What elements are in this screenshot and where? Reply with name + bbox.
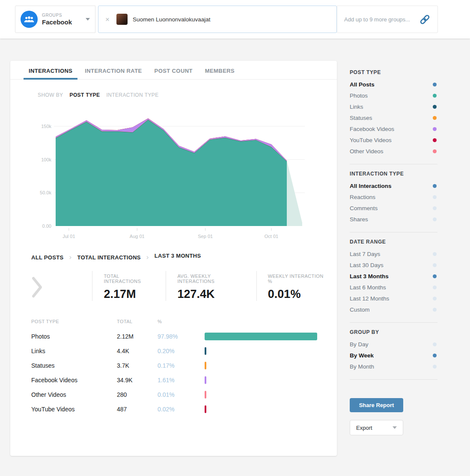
interactions-area-chart[interactable]: 0.0050.0k100k150kJul 01Aug 01Sep 01Oct 0… xyxy=(14,112,313,241)
row-total: 2.12M xyxy=(117,333,158,340)
selection-dot xyxy=(433,365,437,369)
stat-avg-weekly-interactions: AVG. WEEKLY INTERACTIONS 127.4K xyxy=(166,271,256,301)
selection-dot xyxy=(433,105,437,109)
breadcrumb-post-type[interactable]: ALL POSTS xyxy=(31,254,63,261)
row-total: 4.4K xyxy=(117,348,158,354)
sidebar-item-last-6-months[interactable]: Last 6 Months xyxy=(350,282,437,293)
show-by: SHOW BYPOST TYPEINTERACTION TYPE xyxy=(38,92,337,98)
stat-value: 0.01% xyxy=(268,288,326,301)
sidebar-item-shares[interactable]: Shares xyxy=(350,214,437,225)
sidebar-item-by-day[interactable]: By Day xyxy=(350,339,437,350)
sidebar-item-label: Last 12 Months xyxy=(350,295,389,302)
sidebar-item-all-interactions[interactable]: All Interactions xyxy=(350,180,437,191)
sidebar-item-by-month[interactable]: By Month xyxy=(350,361,437,372)
group-avatar xyxy=(116,14,128,25)
sidebar-item-comments[interactable]: Comments xyxy=(350,202,437,214)
sidebar-item-links[interactable]: Links xyxy=(350,101,437,112)
sidebar-item-label: By Day xyxy=(350,341,369,348)
top-bar: GROUPS Facebook × Suomen Luonnonvalokuva… xyxy=(0,0,470,39)
breadcrumb-metric[interactable]: TOTAL INTERACTIONS xyxy=(77,254,140,261)
stat-value: 127.4K xyxy=(177,288,245,301)
selection-dot xyxy=(433,252,437,256)
share-report-button[interactable]: Share Report xyxy=(350,398,403,412)
network-value: Facebook xyxy=(42,18,86,26)
x-tick-label: Aug 01 xyxy=(130,234,145,239)
network-selector[interactable]: GROUPS Facebook xyxy=(15,6,95,33)
sidebar-item-last-12-months[interactable]: Last 12 Months xyxy=(350,293,437,304)
sidebar-item-all-posts[interactable]: All Posts xyxy=(350,79,437,90)
selection-dot xyxy=(433,184,437,188)
section-divider xyxy=(350,232,437,232)
x-tick-label: Jul 01 xyxy=(62,234,75,239)
show-by-option-post-type[interactable]: POST TYPE xyxy=(69,92,100,98)
filters-sidebar: POST TYPEAll PostsPhotosLinksStatusesFac… xyxy=(350,61,437,456)
chevron-down-icon xyxy=(86,18,90,21)
sidebar-item-label: Reactions xyxy=(350,194,375,200)
next-chevron[interactable] xyxy=(31,271,92,301)
row-name: Facebook Videos xyxy=(31,377,117,384)
section-title-date-range: DATE RANGE xyxy=(350,239,437,245)
row-bar-track xyxy=(205,347,327,355)
row-bar-track xyxy=(205,391,327,399)
export-dropdown[interactable]: Export xyxy=(350,420,403,435)
tab-members[interactable]: MEMBERS xyxy=(200,61,240,79)
selection-dot xyxy=(433,342,437,346)
sidebar-item-by-week[interactable]: By Week xyxy=(350,350,437,361)
show-by-option-interaction-type[interactable]: INTERACTION TYPE xyxy=(106,92,158,98)
table-row-facebook-videos: Facebook Videos34.9K1.61% xyxy=(31,373,327,387)
breadcrumb: ALL POSTS › TOTAL INTERACTIONS › LAST 3 … xyxy=(31,253,337,262)
selection-dot xyxy=(433,149,437,153)
sidebar-item-facebook-videos[interactable]: Facebook Videos xyxy=(350,123,437,134)
row-total: 280 xyxy=(117,391,158,398)
x-tick-label: Oct 01 xyxy=(265,234,278,239)
breadcrumb-date-range[interactable]: LAST 3 MONTHS xyxy=(155,253,201,259)
percent-bar xyxy=(205,405,206,413)
row-bar-track xyxy=(205,405,327,413)
area-photos xyxy=(56,120,287,226)
tab-interaction-rate[interactable]: INTERACTION RATE xyxy=(80,61,147,79)
y-tick-label: 150k xyxy=(41,124,51,129)
sidebar-item-last-3-months[interactable]: Last 3 Months xyxy=(350,271,437,282)
remove-group-icon[interactable]: × xyxy=(105,16,110,23)
percent-bar xyxy=(205,376,206,384)
table-row-statuses: Statuses3.7K0.17% xyxy=(31,358,327,373)
summary-stats: TOTAL INTERACTIONS 2.17M AVG. WEEKLY INT… xyxy=(31,271,337,301)
table-row-photos: Photos2.12M97.98% xyxy=(31,329,327,344)
selected-group-chip[interactable]: × Suomen Luonnonvalokuvaajat xyxy=(98,6,337,33)
row-total: 487 xyxy=(117,406,158,413)
row-total: 34.9K xyxy=(117,377,158,384)
stat-value: 2.17M xyxy=(104,288,155,301)
table-row-other-videos: Other Videos2800.01% xyxy=(31,387,327,402)
sidebar-item-youtube-videos[interactable]: YouTube Videos xyxy=(350,134,437,146)
percent-bar xyxy=(205,362,206,369)
x-tick-label: Sep 01 xyxy=(198,234,213,239)
tab-bar: INTERACTIONSINTERACTION RATEPOST COUNTME… xyxy=(10,61,337,80)
stat-label: TOTAL INTERACTIONS xyxy=(104,274,155,284)
selection-dot xyxy=(433,127,437,131)
sidebar-item-statuses[interactable]: Statuses xyxy=(350,112,437,123)
sidebar-item-label: By Week xyxy=(350,352,374,359)
add-groups-box[interactable]: Add up to 9 more groups... xyxy=(337,6,438,33)
sidebar-item-custom[interactable]: Custom xyxy=(350,304,437,315)
facebook-groups-icon xyxy=(21,11,38,28)
show-by-label: SHOW BY xyxy=(38,92,63,98)
sidebar-item-reactions[interactable]: Reactions xyxy=(350,191,437,202)
tab-post-count[interactable]: POST COUNT xyxy=(149,61,198,79)
selection-dot xyxy=(433,195,437,199)
sidebar-item-photos[interactable]: Photos xyxy=(350,90,437,101)
sidebar-item-other-videos[interactable]: Other Videos xyxy=(350,146,437,157)
sidebar-item-label: Last 30 Days xyxy=(350,262,384,268)
row-total: 3.7K xyxy=(117,362,158,369)
selection-dot xyxy=(433,274,437,278)
selection-dot xyxy=(433,83,437,86)
sidebar-item-label: Facebook Videos xyxy=(350,126,394,132)
tab-interactions[interactable]: INTERACTIONS xyxy=(24,61,77,79)
link-icon[interactable] xyxy=(419,14,431,25)
sidebar-item-label: Last 6 Months xyxy=(350,284,386,291)
sidebar-item-last-30-days[interactable]: Last 30 Days xyxy=(350,259,437,271)
header-total: TOTAL xyxy=(117,319,158,324)
selection-dot xyxy=(433,116,437,120)
sidebar-item-last-7-days[interactable]: Last 7 Days xyxy=(350,248,437,259)
sidebar-item-label: All Posts xyxy=(350,81,375,88)
selection-dot xyxy=(433,297,437,300)
